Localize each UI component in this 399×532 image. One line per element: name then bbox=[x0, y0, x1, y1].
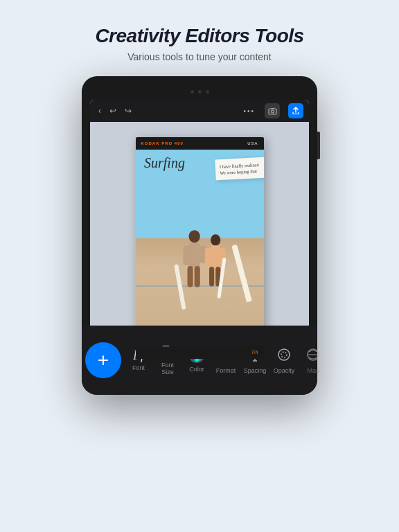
film-frame-number: 7/4 bbox=[251, 350, 258, 355]
camera-dots bbox=[190, 90, 209, 94]
svg-text:Surfing: Surfing bbox=[144, 155, 185, 171]
camera-dot-3 bbox=[206, 90, 209, 94]
svg-rect-4 bbox=[188, 243, 200, 268]
page-title: Creativity Editors Tools bbox=[95, 25, 303, 47]
svg-rect-9 bbox=[174, 264, 186, 310]
mask-label: Mas bbox=[307, 367, 319, 374]
svg-point-1 bbox=[271, 110, 274, 113]
app-header: Creativity Editors Tools Various tools t… bbox=[95, 25, 303, 62]
page-subtitle: Various tools to tune your content bbox=[95, 51, 303, 62]
share-button[interactable] bbox=[288, 103, 303, 118]
ipad-side-button[interactable] bbox=[317, 132, 320, 159]
film-brand-text: KODAK PRO 400 bbox=[141, 141, 184, 145]
svg-rect-2 bbox=[271, 108, 274, 109]
film-bottom-strip: 7/4 bbox=[136, 346, 264, 359]
bottom-toolbar: + Ff Font T↕ Font Size Co bbox=[82, 326, 317, 395]
sticky-note: I have finally realized We were hoping t… bbox=[215, 156, 264, 180]
format-label: Format bbox=[216, 367, 236, 374]
svg-rect-7 bbox=[187, 266, 193, 287]
font-label: Font bbox=[132, 364, 145, 371]
svg-rect-8 bbox=[194, 266, 200, 287]
card-surfing-text: Surfing bbox=[143, 152, 205, 177]
film-top-strip: KODAK PRO 400 USA bbox=[136, 137, 264, 150]
film-country-text: USA bbox=[247, 141, 258, 145]
font-size-label: Font Size bbox=[155, 362, 180, 375]
camera-button[interactable] bbox=[265, 103, 280, 118]
svg-rect-12 bbox=[205, 248, 211, 265]
tool-mask[interactable]: Mas bbox=[299, 344, 328, 377]
surfers-svg bbox=[168, 202, 238, 310]
back-button[interactable]: ‹ bbox=[96, 105, 104, 117]
sticky-text-content: I have finally realized We were hoping t… bbox=[219, 160, 263, 175]
svg-rect-5 bbox=[183, 246, 190, 265]
svg-point-30 bbox=[281, 352, 287, 357]
svg-point-29 bbox=[278, 349, 290, 360]
screen-toolbar: ‹ ↩ ↪ ••• bbox=[90, 100, 309, 122]
svg-point-3 bbox=[188, 230, 200, 242]
svg-rect-14 bbox=[209, 267, 214, 286]
undo-button[interactable]: ↩ bbox=[107, 105, 119, 117]
ipad-top-bar bbox=[90, 86, 309, 97]
more-options-button[interactable]: ••• bbox=[243, 107, 255, 115]
ipad-device: ‹ ↩ ↪ ••• bbox=[82, 76, 317, 395]
device-frame: ‹ ↩ ↪ ••• bbox=[82, 76, 317, 395]
spacing-label: Spacing bbox=[244, 367, 267, 374]
tool-opacity[interactable]: Opacity bbox=[269, 344, 299, 377]
svg-rect-0 bbox=[269, 109, 276, 114]
svg-rect-11 bbox=[211, 246, 220, 269]
add-button[interactable]: + bbox=[85, 342, 121, 378]
camera-dot-2 bbox=[198, 90, 202, 94]
opacity-label: Opacity bbox=[274, 367, 295, 374]
svg-point-10 bbox=[211, 235, 220, 246]
opacity-icon bbox=[276, 347, 292, 364]
redo-button[interactable]: ↪ bbox=[122, 105, 134, 117]
mask-icon bbox=[305, 347, 321, 364]
color-label: Color bbox=[189, 366, 204, 373]
camera-dot-1 bbox=[190, 90, 194, 94]
